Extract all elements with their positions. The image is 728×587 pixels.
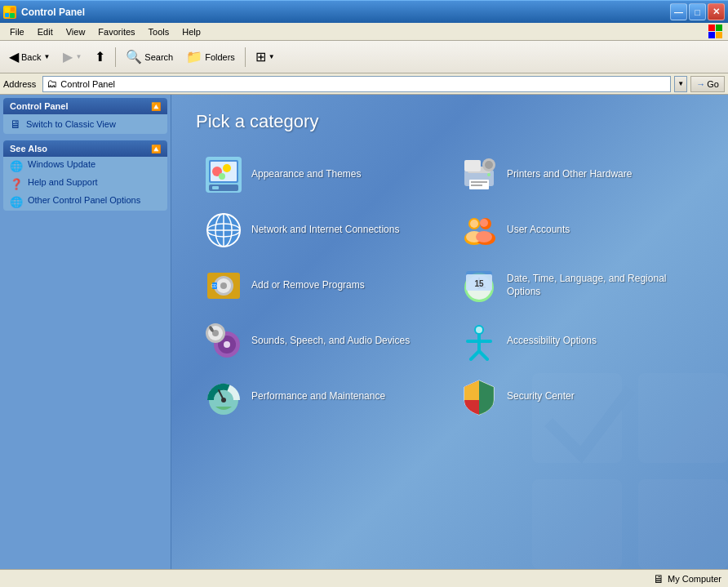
forward-button[interactable]: ▶ ▼: [57, 45, 87, 69]
title-bar-buttons: — □ ✕: [670, 3, 725, 20]
back-button[interactable]: ◀ Back ▼: [3, 45, 55, 69]
maximize-button[interactable]: □: [689, 3, 706, 20]
datetime-label: Date, Time, Language, and Regional Optio…: [507, 273, 695, 298]
windows-update-icon: 🌐: [10, 160, 23, 172]
content-area: Pick a category Appearance: [171, 95, 728, 569]
svg-rect-7: [716, 32, 722, 38]
svg-rect-26: [464, 160, 481, 171]
up-button[interactable]: ⬆: [89, 45, 111, 69]
my-computer-label: My Computer: [668, 574, 721, 584]
toolbar-separator-1: [115, 47, 116, 67]
performance-icon: [204, 377, 243, 416]
see-also-item-help-support[interactable]: ❓ Help and Support: [3, 175, 167, 193]
datetime-icon: 15: [459, 266, 499, 305]
users-label: User Accounts: [507, 224, 570, 237]
views-dropdown-icon: ▼: [269, 53, 275, 60]
see-also-item-other-options[interactable]: 🌐 Other Control Panel Options: [3, 193, 167, 211]
sounds-icon: [204, 322, 243, 361]
appearance-icon: [204, 155, 243, 194]
go-button[interactable]: → Go: [690, 76, 725, 92]
sidebar: Control Panel 🔼 🖥 Switch to Classic View…: [0, 95, 171, 569]
category-users[interactable]: User Accounts: [451, 204, 704, 256]
switch-view-icon: 🖥: [10, 118, 21, 131]
toolbar: ◀ Back ▼ ▶ ▼ ⬆ 🔍 Search 📁 Folders ⊞ ▼: [0, 41, 728, 73]
folders-label: Folders: [205, 52, 235, 62]
menu-view[interactable]: View: [60, 25, 92, 38]
svg-point-65: [476, 327, 482, 333]
svg-point-39: [470, 220, 478, 228]
forward-icon: ▶: [63, 49, 73, 64]
menu-favorites[interactable]: Favorites: [91, 25, 141, 38]
switch-classic-view-item[interactable]: 🖥 Switch to Classic View: [3, 114, 167, 134]
programs-icon: CD: [204, 266, 243, 305]
address-input[interactable]: 🗂 Control Panel: [42, 76, 671, 92]
other-options-icon: 🌐: [10, 196, 23, 208]
accessibility-label: Accessibility Options: [507, 335, 597, 348]
help-support-icon: ❓: [10, 178, 23, 190]
svg-point-16: [223, 164, 231, 172]
toolbar-separator-2: [245, 47, 246, 67]
svg-rect-5: [716, 24, 722, 31]
see-also-item-windows-update[interactable]: 🌐 Windows Update: [3, 157, 167, 175]
see-also-chevron[interactable]: 🔼: [151, 145, 161, 153]
folders-button[interactable]: 📁 Folders: [180, 45, 241, 69]
address-value: Control Panel: [60, 79, 115, 89]
svg-point-28: [485, 161, 493, 169]
control-panel-section-title: Control Panel: [10, 101, 69, 111]
windows-logo: [707, 23, 725, 41]
category-printers[interactable]: Printers and Other Hardware: [451, 149, 704, 201]
network-icon: [204, 211, 243, 250]
category-performance[interactable]: Performance and Maintenance: [196, 371, 448, 423]
svg-rect-6: [708, 32, 715, 38]
svg-text:15: 15: [474, 279, 484, 288]
svg-rect-3: [10, 13, 15, 18]
address-dropdown[interactable]: ▼: [674, 76, 687, 92]
programs-label: Add or Remove Programs: [251, 279, 365, 292]
up-icon: ⬆: [95, 49, 105, 64]
svg-point-46: [220, 282, 227, 289]
minimize-button[interactable]: —: [670, 3, 687, 20]
address-bar: Address 🗂 Control Panel ▼ → Go: [0, 73, 728, 95]
see-also-header: See Also 🔼: [3, 140, 167, 157]
svg-rect-11: [638, 479, 728, 569]
control-panel-chevron[interactable]: 🔼: [151, 102, 161, 111]
category-sounds[interactable]: Sounds, Speech, and Audio Devices: [196, 315, 448, 367]
category-appearance[interactable]: Appearance and Themes: [196, 149, 448, 201]
back-label: Back: [21, 52, 41, 62]
users-icon: [459, 211, 499, 250]
svg-rect-10: [532, 479, 622, 569]
app-icon: [3, 6, 16, 19]
switch-classic-view-label: Switch to Classic View: [26, 119, 116, 129]
svg-rect-1: [11, 7, 15, 11]
svg-rect-24: [471, 185, 482, 186]
security-icon: [459, 377, 499, 416]
back-icon: ◀: [9, 49, 19, 64]
category-programs[interactable]: CD Add or Remove Programs: [196, 260, 448, 312]
category-network[interactable]: Network and Internet Connections: [196, 204, 448, 256]
views-icon: ⊞: [255, 49, 266, 64]
menu-help[interactable]: Help: [175, 25, 207, 38]
menu-file[interactable]: File: [3, 25, 31, 38]
svg-point-72: [221, 398, 226, 402]
my-computer-icon: 🖥: [653, 572, 664, 585]
go-arrow-icon: →: [696, 79, 705, 89]
search-button[interactable]: 🔍 Search: [120, 45, 179, 69]
status-right: 🖥 My Computer: [653, 572, 721, 585]
svg-rect-23: [471, 181, 487, 183]
other-options-label: Other Control Panel Options: [28, 195, 140, 205]
svg-text:CD: CD: [211, 283, 217, 288]
main-layout: Control Panel 🔼 🖥 Switch to Classic View…: [0, 95, 728, 569]
close-button[interactable]: ✕: [708, 3, 725, 20]
category-datetime[interactable]: 15 Date, Time, Language, and Regional Op…: [451, 260, 704, 312]
svg-rect-0: [5, 7, 10, 12]
title-bar: Control Panel — □ ✕: [0, 0, 728, 23]
svg-rect-4: [708, 24, 715, 31]
windows-update-label: Windows Update: [28, 159, 95, 169]
svg-point-41: [480, 219, 488, 227]
menu-edit[interactable]: Edit: [31, 25, 60, 38]
svg-point-25: [487, 173, 491, 176]
printers-label: Printers and Other Hardware: [507, 168, 632, 181]
views-button[interactable]: ⊞ ▼: [250, 45, 281, 69]
address-icon: 🗂: [47, 78, 57, 90]
menu-tools[interactable]: Tools: [142, 25, 176, 38]
